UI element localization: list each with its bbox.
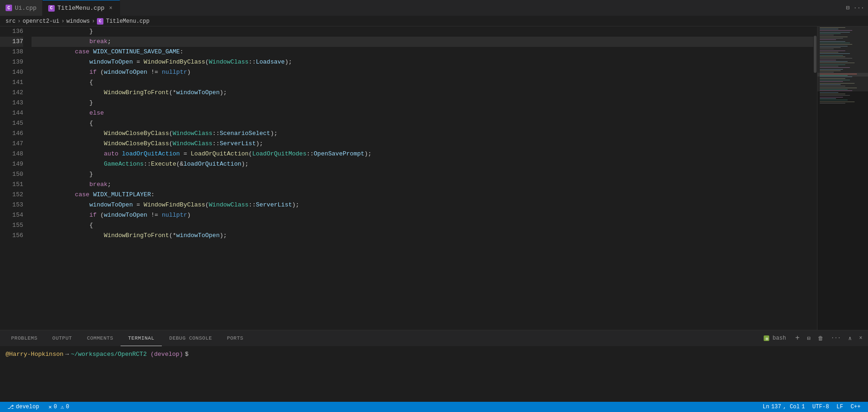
panel-tab-right: ⊞ bash + ⊟ 🗑 ··· ∧ × (762, 333, 864, 343)
svg-rect-44 (820, 94, 845, 94)
breadcrumb-sep1: › (18, 18, 21, 25)
code-line-145: { (32, 118, 813, 129)
panel-tabs: PROBLEMS OUTPUT COMMENTS TERMINAL DEBUG … (0, 330, 868, 347)
svg-rect-45 (820, 95, 850, 96)
breadcrumb-openrct2[interactable]: openrct2-ui (23, 18, 59, 25)
terminal-shell-name: ⊞ bash (762, 333, 790, 343)
panel-add-button[interactable]: + (793, 333, 802, 343)
svg-rect-50 (820, 103, 845, 103)
error-icon: ✕ (48, 404, 51, 411)
status-left: ⎇ develop ✕ 0 ⚠ 0 (4, 402, 73, 412)
line-number-149: 149 (0, 159, 23, 169)
code-line-155: { (32, 220, 813, 231)
svg-rect-43 (820, 92, 838, 93)
code-line-150: } (32, 169, 813, 180)
tab-close-titlemenu[interactable]: × (107, 4, 114, 13)
line-number-156: 156 (0, 231, 23, 241)
status-language[interactable]: C++ (847, 402, 864, 412)
line-numbers: 1361371381391401411421431441451461471481… (0, 26, 28, 330)
panel-more-button[interactable]: ··· (829, 334, 843, 342)
status-line-ending[interactable]: LF (833, 402, 847, 412)
code-line-139: windowToOpen = WindowFindByClass(WindowC… (32, 57, 813, 67)
prompt-user: @Harry-Hopkinson (6, 349, 64, 360)
panel-trash-button[interactable]: 🗑 (816, 334, 825, 343)
line-number-136: 136 (0, 26, 23, 37)
code-line-147: WindowCloseByClass(WindowClass::ServerLi… (32, 139, 813, 149)
panel-split-button[interactable]: ⊟ (805, 334, 812, 343)
minimap[interactable] (817, 26, 868, 330)
breadcrumb-file[interactable]: TitleMenu.cpp (106, 18, 150, 25)
prompt-branch: (develop) (150, 349, 183, 360)
tab-label-titlemenu: TitleMenu.cpp (57, 5, 104, 12)
code-content[interactable]: } break; case WIDX_CONTINUE_SAVED_GAME: … (28, 26, 813, 330)
code-line-144: else (32, 108, 813, 118)
status-branch[interactable]: ⎇ develop (4, 402, 43, 412)
status-line-col[interactable]: Ln 137 , Col 1 (759, 402, 809, 412)
line-number-137: 137 (0, 37, 23, 47)
line-number-144: 144 (0, 108, 23, 118)
line-number-150: 150 (0, 169, 23, 180)
scroll-thumb (814, 36, 817, 73)
code-lines: 1361371381391401411421431441451461471481… (0, 26, 817, 330)
prompt-path: ~/workspaces/OpenRCT2 (71, 349, 147, 360)
status-right: Ln 137 , Col 1 UTF-8 LF C++ (759, 402, 864, 412)
line-number-153: 153 (0, 200, 23, 210)
tab-ui-cpp[interactable]: C Ui.cpp (0, 0, 43, 16)
line-number-142: 142 (0, 88, 23, 98)
panel-chevron-up[interactable]: ∧ (847, 334, 854, 343)
split-editor-icon[interactable]: ⊟ (846, 4, 850, 12)
code-line-136: } (32, 26, 813, 37)
tab-comments[interactable]: COMMENTS (79, 330, 121, 346)
code-line-156: WindowBringToFront(*windowToOpen); (32, 231, 813, 241)
line-number-148: 148 (0, 149, 23, 159)
svg-rect-46 (820, 97, 843, 97)
tab-output[interactable]: OUTPUT (45, 330, 80, 346)
line-number-147: 147 (0, 139, 23, 149)
panel-close-button[interactable]: × (857, 334, 864, 342)
line-number-145: 145 (0, 118, 23, 129)
code-line-152: case WIDX_MULTIPLAYER: (32, 190, 813, 200)
code-line-149: GameActions::Execute(&loadOrQuitAction); (32, 159, 813, 169)
more-tabs-icon[interactable]: ··· (854, 5, 864, 12)
line-number-154: 154 (0, 210, 23, 220)
branch-icon: ⎇ (7, 404, 14, 411)
breadcrumb-src[interactable]: src (6, 18, 16, 25)
status-encoding[interactable]: UTF-8 (809, 402, 833, 412)
status-bar: ⎇ develop ✕ 0 ⚠ 0 Ln 137 , Col 1 UTF-8 L… (0, 402, 868, 412)
svg-rect-48 (820, 100, 848, 100)
tab-terminal[interactable]: TERMINAL (121, 330, 162, 346)
line-number-151: 151 (0, 180, 23, 190)
code-line-141: { (32, 77, 813, 88)
svg-rect-49 (820, 102, 855, 102)
tab-icon-ui: C (6, 5, 12, 11)
tab-ports[interactable]: PORTS (219, 330, 251, 346)
warning-icon: ⚠ (61, 404, 64, 411)
terminal-prompt: @Harry-Hopkinson → ~/workspaces/OpenRCT2… (6, 349, 189, 360)
line-number-140: 140 (0, 67, 23, 77)
tab-icon-titlemenu: C (48, 5, 55, 12)
code-line-142: WindowBringToFront(*windowToOpen); (32, 88, 813, 98)
tab-titlemenu-cpp[interactable]: C TitleMenu.cpp × (43, 0, 121, 16)
editor-container: 1361371381391401411421431441451461471481… (0, 26, 868, 330)
code-line-138: case WIDX_CONTINUE_SAVED_GAME: (32, 47, 813, 57)
code-area: 1361371381391401411421431441451461471481… (0, 26, 817, 330)
code-line-146: WindowCloseByClass(WindowClass::Scenario… (32, 129, 813, 139)
tab-bar-right: ⊟ ··· (846, 4, 868, 12)
tab-label-ui: Ui.cpp (15, 5, 37, 12)
prompt-arrow: → (65, 349, 69, 360)
scroll-indicator[interactable] (813, 26, 817, 330)
breadcrumb-sep3: › (92, 18, 95, 25)
status-errors[interactable]: ✕ 0 ⚠ 0 (45, 402, 73, 412)
svg-rect-47 (820, 98, 836, 99)
breadcrumb-windows[interactable]: windows (66, 18, 89, 25)
code-line-137: break; (32, 37, 813, 47)
line-number-152: 152 (0, 190, 23, 200)
code-line-154: if (windowToOpen != nullptr) (32, 210, 813, 220)
code-line-151: break; (32, 180, 813, 190)
code-line-153: windowToOpen = WindowFindByClass(WindowC… (32, 200, 813, 210)
tab-debug[interactable]: DEBUG CONSOLE (162, 330, 219, 346)
tab-problems[interactable]: PROBLEMS (4, 330, 45, 346)
code-line-140: if (windowToOpen != nullptr) (32, 67, 813, 77)
panel-content[interactable]: @Harry-Hopkinson → ~/workspaces/OpenRCT2… (0, 347, 868, 402)
col-sep: , Col (783, 404, 800, 410)
